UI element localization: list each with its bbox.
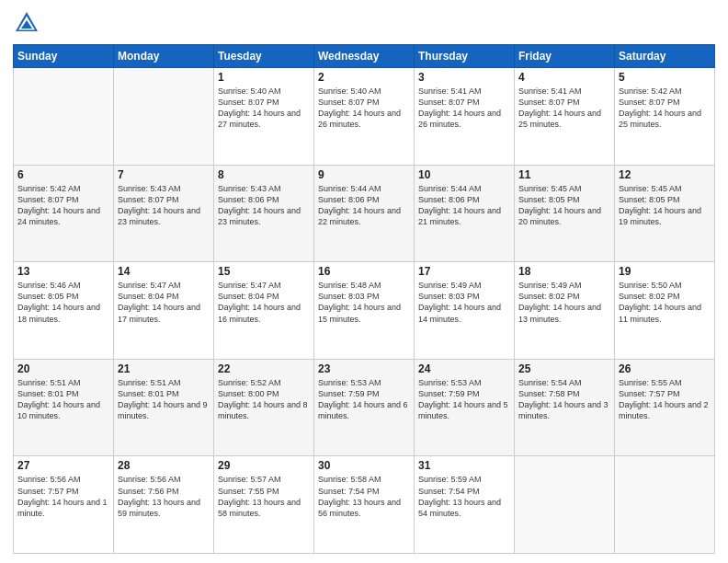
calendar-cell xyxy=(14,68,114,166)
cell-details: Sunrise: 5:40 AM Sunset: 8:07 PM Dayligh… xyxy=(218,86,310,131)
calendar-cell: 10Sunrise: 5:44 AM Sunset: 8:06 PM Dayli… xyxy=(415,165,515,262)
cell-details: Sunrise: 5:44 AM Sunset: 8:06 PM Dayligh… xyxy=(418,183,510,228)
weekday-header-row: SundayMondayTuesdayWednesdayThursdayFrid… xyxy=(14,45,715,68)
weekday-header-monday: Monday xyxy=(114,45,214,68)
calendar-cell: 2Sunrise: 5:40 AM Sunset: 8:07 PM Daylig… xyxy=(314,68,415,166)
calendar-cell: 30Sunrise: 5:58 AM Sunset: 7:54 PM Dayli… xyxy=(314,456,415,554)
day-number: 31 xyxy=(418,459,510,472)
calendar-cell: 5Sunrise: 5:42 AM Sunset: 8:07 PM Daylig… xyxy=(615,68,715,166)
day-number: 9 xyxy=(318,168,410,181)
day-number: 13 xyxy=(17,265,109,278)
day-number: 29 xyxy=(218,459,310,472)
cell-details: Sunrise: 5:51 AM Sunset: 8:01 PM Dayligh… xyxy=(118,377,210,422)
weekday-header-saturday: Saturday xyxy=(615,45,715,68)
calendar-cell: 4Sunrise: 5:41 AM Sunset: 8:07 PM Daylig… xyxy=(515,68,615,166)
cell-details: Sunrise: 5:58 AM Sunset: 7:54 PM Dayligh… xyxy=(318,474,410,519)
calendar-cell: 15Sunrise: 5:47 AM Sunset: 8:04 PM Dayli… xyxy=(214,262,314,360)
cell-details: Sunrise: 5:47 AM Sunset: 8:04 PM Dayligh… xyxy=(118,280,210,325)
day-number: 25 xyxy=(518,362,610,375)
cell-details: Sunrise: 5:49 AM Sunset: 8:02 PM Dayligh… xyxy=(518,280,610,325)
page: SundayMondayTuesdayWednesdayThursdayFrid… xyxy=(0,0,728,563)
cell-details: Sunrise: 5:56 AM Sunset: 7:56 PM Dayligh… xyxy=(118,474,210,519)
day-number: 17 xyxy=(418,265,510,278)
cell-details: Sunrise: 5:42 AM Sunset: 8:07 PM Dayligh… xyxy=(619,86,711,131)
weekday-header-tuesday: Tuesday xyxy=(214,45,314,68)
calendar-cell: 11Sunrise: 5:45 AM Sunset: 8:05 PM Dayli… xyxy=(515,165,615,262)
day-number: 30 xyxy=(318,459,410,472)
calendar-table: SundayMondayTuesdayWednesdayThursdayFrid… xyxy=(13,44,715,554)
day-number: 26 xyxy=(619,362,711,375)
calendar-cell: 27Sunrise: 5:56 AM Sunset: 7:57 PM Dayli… xyxy=(14,456,114,554)
calendar-cell: 17Sunrise: 5:49 AM Sunset: 8:03 PM Dayli… xyxy=(415,262,515,360)
cell-details: Sunrise: 5:55 AM Sunset: 7:57 PM Dayligh… xyxy=(619,377,711,422)
week-row-3: 13Sunrise: 5:46 AM Sunset: 8:05 PM Dayli… xyxy=(14,262,715,360)
day-number: 12 xyxy=(619,168,711,181)
day-number: 3 xyxy=(418,71,510,84)
cell-details: Sunrise: 5:45 AM Sunset: 8:05 PM Dayligh… xyxy=(518,183,610,228)
day-number: 15 xyxy=(218,265,310,278)
calendar-cell: 6Sunrise: 5:42 AM Sunset: 8:07 PM Daylig… xyxy=(14,165,114,262)
day-number: 21 xyxy=(118,362,210,375)
cell-details: Sunrise: 5:41 AM Sunset: 8:07 PM Dayligh… xyxy=(518,86,610,131)
day-number: 8 xyxy=(218,168,310,181)
calendar-cell: 1Sunrise: 5:40 AM Sunset: 8:07 PM Daylig… xyxy=(214,68,314,166)
calendar-cell: 3Sunrise: 5:41 AM Sunset: 8:07 PM Daylig… xyxy=(415,68,515,166)
cell-details: Sunrise: 5:54 AM Sunset: 7:58 PM Dayligh… xyxy=(518,377,610,422)
calendar-cell xyxy=(114,68,214,166)
day-number: 1 xyxy=(218,71,310,84)
cell-details: Sunrise: 5:53 AM Sunset: 7:59 PM Dayligh… xyxy=(418,377,510,422)
calendar-cell: 19Sunrise: 5:50 AM Sunset: 8:02 PM Dayli… xyxy=(615,262,715,360)
cell-details: Sunrise: 5:57 AM Sunset: 7:55 PM Dayligh… xyxy=(218,474,310,519)
cell-details: Sunrise: 5:53 AM Sunset: 7:59 PM Dayligh… xyxy=(318,377,410,422)
cell-details: Sunrise: 5:40 AM Sunset: 8:07 PM Dayligh… xyxy=(318,86,410,131)
day-number: 6 xyxy=(17,168,109,181)
cell-details: Sunrise: 5:43 AM Sunset: 8:07 PM Dayligh… xyxy=(118,183,210,228)
weekday-header-thursday: Thursday xyxy=(415,45,515,68)
calendar-cell: 7Sunrise: 5:43 AM Sunset: 8:07 PM Daylig… xyxy=(114,165,214,262)
week-row-5: 27Sunrise: 5:56 AM Sunset: 7:57 PM Dayli… xyxy=(14,456,715,554)
calendar-cell: 18Sunrise: 5:49 AM Sunset: 8:02 PM Dayli… xyxy=(515,262,615,360)
logo-icon xyxy=(13,9,40,37)
calendar-cell: 16Sunrise: 5:48 AM Sunset: 8:03 PM Dayli… xyxy=(314,262,415,360)
day-number: 7 xyxy=(118,168,210,181)
calendar-cell: 25Sunrise: 5:54 AM Sunset: 7:58 PM Dayli… xyxy=(515,359,615,456)
cell-details: Sunrise: 5:48 AM Sunset: 8:03 PM Dayligh… xyxy=(318,280,410,325)
cell-details: Sunrise: 5:56 AM Sunset: 7:57 PM Dayligh… xyxy=(17,474,109,519)
calendar-cell: 20Sunrise: 5:51 AM Sunset: 8:01 PM Dayli… xyxy=(14,359,114,456)
cell-details: Sunrise: 5:59 AM Sunset: 7:54 PM Dayligh… xyxy=(418,474,510,519)
calendar-cell: 14Sunrise: 5:47 AM Sunset: 8:04 PM Dayli… xyxy=(114,262,214,360)
cell-details: Sunrise: 5:46 AM Sunset: 8:05 PM Dayligh… xyxy=(17,280,109,325)
calendar-cell: 9Sunrise: 5:44 AM Sunset: 8:06 PM Daylig… xyxy=(314,165,415,262)
cell-details: Sunrise: 5:47 AM Sunset: 8:04 PM Dayligh… xyxy=(218,280,310,325)
day-number: 5 xyxy=(619,71,711,84)
calendar-cell: 8Sunrise: 5:43 AM Sunset: 8:06 PM Daylig… xyxy=(214,165,314,262)
week-row-4: 20Sunrise: 5:51 AM Sunset: 8:01 PM Dayli… xyxy=(14,359,715,456)
cell-details: Sunrise: 5:44 AM Sunset: 8:06 PM Dayligh… xyxy=(318,183,410,228)
day-number: 10 xyxy=(418,168,510,181)
calendar-cell xyxy=(615,456,715,554)
week-row-1: 1Sunrise: 5:40 AM Sunset: 8:07 PM Daylig… xyxy=(14,68,715,166)
day-number: 27 xyxy=(17,459,109,472)
day-number: 24 xyxy=(418,362,510,375)
calendar-cell: 24Sunrise: 5:53 AM Sunset: 7:59 PM Dayli… xyxy=(415,359,515,456)
weekday-header-sunday: Sunday xyxy=(14,45,114,68)
day-number: 19 xyxy=(619,265,711,278)
calendar-cell: 31Sunrise: 5:59 AM Sunset: 7:54 PM Dayli… xyxy=(415,456,515,554)
cell-details: Sunrise: 5:43 AM Sunset: 8:06 PM Dayligh… xyxy=(218,183,310,228)
calendar-cell: 12Sunrise: 5:45 AM Sunset: 8:05 PM Dayli… xyxy=(615,165,715,262)
logo xyxy=(13,9,44,37)
cell-details: Sunrise: 5:50 AM Sunset: 8:02 PM Dayligh… xyxy=(619,280,711,325)
cell-details: Sunrise: 5:42 AM Sunset: 8:07 PM Dayligh… xyxy=(17,183,109,228)
day-number: 28 xyxy=(118,459,210,472)
day-number: 18 xyxy=(518,265,610,278)
calendar-cell: 22Sunrise: 5:52 AM Sunset: 8:00 PM Dayli… xyxy=(214,359,314,456)
day-number: 20 xyxy=(17,362,109,375)
cell-details: Sunrise: 5:45 AM Sunset: 8:05 PM Dayligh… xyxy=(619,183,711,228)
weekday-header-friday: Friday xyxy=(515,45,615,68)
day-number: 4 xyxy=(518,71,610,84)
calendar-cell xyxy=(515,456,615,554)
calendar-cell: 28Sunrise: 5:56 AM Sunset: 7:56 PM Dayli… xyxy=(114,456,214,554)
cell-details: Sunrise: 5:52 AM Sunset: 8:00 PM Dayligh… xyxy=(218,377,310,422)
day-number: 22 xyxy=(218,362,310,375)
calendar-cell: 21Sunrise: 5:51 AM Sunset: 8:01 PM Dayli… xyxy=(114,359,214,456)
